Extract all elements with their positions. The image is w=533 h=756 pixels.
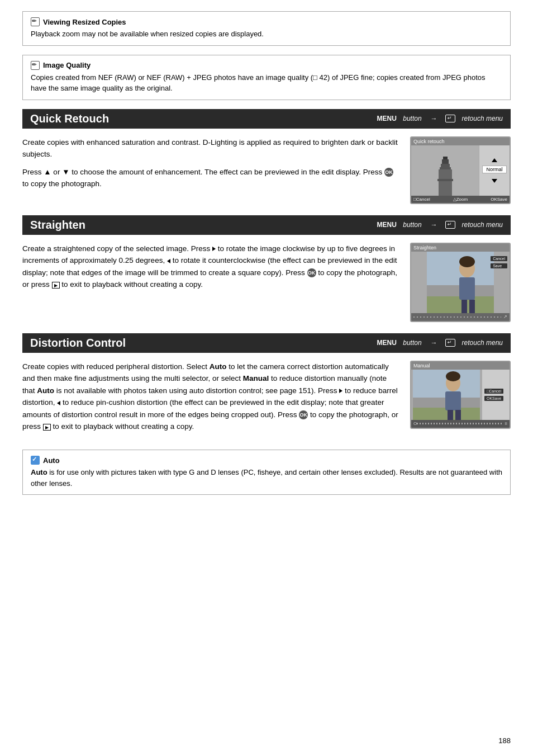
auto-note-body: Auto is for use only with pictures taken… <box>31 467 502 489</box>
straighten-ruler: ↗ <box>411 313 510 321</box>
svg-rect-21 <box>455 410 461 420</box>
distortion-side-controls: □Cancel OKSave <box>482 370 510 420</box>
distortion-menu-info: MENU button → retouch menu <box>377 339 503 347</box>
pencil-icon-2 <box>31 61 40 70</box>
svg-rect-10 <box>459 277 475 300</box>
dist-ruler <box>417 423 502 424</box>
right-arrow-icon <box>212 247 216 251</box>
svg-rect-13 <box>469 300 475 313</box>
page-number: 188 <box>498 736 511 745</box>
viewing-resized-title: Viewing Resized Copies <box>31 17 502 26</box>
straighten-screen-title: Straighten <box>411 244 510 252</box>
triangle-up-icon <box>492 158 497 162</box>
straighten-header: Straighten MENU button → retouch menu <box>22 215 511 235</box>
straighten-image: Straighten <box>410 243 511 322</box>
screen-image-area <box>411 145 479 196</box>
straighten-menu-info: MENU button → retouch menu <box>377 221 503 229</box>
playback-btn-icon-2: ▶ <box>43 424 51 431</box>
quick-retouch-screen: Quick retouch <box>410 136 511 204</box>
quick-retouch-section: Quick Retouch MENU button → retouch menu… <box>22 109 511 204</box>
straighten-menu-icon <box>445 221 455 229</box>
auto-label: Auto <box>210 362 227 371</box>
ruler-line <box>413 316 501 318</box>
auto-bold: Auto <box>31 468 47 476</box>
screen-bottom-controls: □Cancel △Zoom OKSave <box>411 196 510 203</box>
svg-point-11 <box>459 256 475 267</box>
svg-rect-12 <box>461 300 467 313</box>
svg-rect-5 <box>437 179 453 181</box>
distortion-screen-title: Manual <box>411 362 510 370</box>
triangle-down-icon <box>492 179 497 183</box>
svg-point-19 <box>446 371 460 381</box>
left-arrow-icon <box>167 259 170 263</box>
distortion-person-silhouette <box>411 370 482 420</box>
straighten-content: Create a straightened copy of the select… <box>22 243 511 322</box>
straighten-overlay-controls: Cancel Save <box>491 256 507 268</box>
cancel-ctrl-btn: Cancel <box>491 256 507 261</box>
image-quality-body: Copies created from NEF (RAW) or NEF (RA… <box>31 72 502 94</box>
check-icon <box>31 456 40 465</box>
distortion-content: Create copies with reduced peripheral di… <box>22 361 511 439</box>
playback-btn-icon: ▶ <box>52 282 60 289</box>
image-quality-title: Image Quality <box>31 61 502 70</box>
svg-rect-2 <box>441 164 450 167</box>
distortion-menu-icon <box>445 339 455 347</box>
distortion-img-area <box>411 370 482 420</box>
svg-rect-18 <box>445 391 461 410</box>
straighten-img-area: Cancel Save <box>411 252 510 313</box>
ruler-end: ↗ <box>503 314 507 319</box>
quick-retouch-header: Quick Retouch MENU button → retouch menu <box>22 109 511 129</box>
svg-rect-1 <box>442 159 449 164</box>
distortion-section: Distortion Control MENU button → retouch… <box>22 333 511 439</box>
distortion-bottom-controls: O II <box>411 420 510 428</box>
ok-button-icon-3: OK <box>299 410 308 419</box>
quick-retouch-text: Create copies with enhanced saturation a… <box>22 136 401 204</box>
pencil-icon <box>31 17 40 26</box>
straighten-body: Cancel Save <box>411 252 510 313</box>
distortion-body: □Cancel OKSave <box>411 370 510 420</box>
manual-label: Manual <box>243 374 269 382</box>
ok-button-icon: OK <box>384 168 393 177</box>
quick-retouch-image: Quick retouch <box>410 136 511 204</box>
svg-rect-20 <box>448 410 453 420</box>
ok-button-icon-2: OK <box>307 268 316 277</box>
distortion-header: Distortion Control MENU button → retouch… <box>22 333 511 353</box>
auto-label-2: Auto <box>37 386 54 395</box>
screen-body-quick: Normal <box>411 145 510 196</box>
left-arrow-icon-2 <box>57 401 60 405</box>
right-arrow-icon-2 <box>339 389 342 393</box>
quick-retouch-content: Create copies with enhanced saturation a… <box>22 136 511 204</box>
svg-rect-3 <box>440 167 451 169</box>
auto-note: Auto Auto is for use only with pictures … <box>22 450 511 495</box>
straighten-section: Straighten MENU button → retouch menu Cr… <box>22 215 511 322</box>
image-quality-note: Image Quality Copies created from NEF (R… <box>22 55 511 100</box>
distortion-text: Create copies with reduced peripheral di… <box>22 361 401 439</box>
quick-retouch-menu-info: MENU button → retouch menu <box>377 115 503 122</box>
auto-note-title: Auto <box>31 456 502 465</box>
svg-rect-0 <box>443 157 448 159</box>
normal-label: Normal <box>482 166 506 173</box>
quick-retouch-para2: Press ▲ or ▼ to choose the amount of enh… <box>22 166 401 190</box>
save-ctrl-btn: Save <box>491 263 507 268</box>
straighten-para: Create a straightened copy of the select… <box>22 243 401 291</box>
retouch-menu-icon <box>445 115 455 122</box>
distortion-screen: Manual <box>410 361 511 429</box>
distortion-save-btn: OKSave <box>484 396 503 401</box>
screen-title-quick: Quick retouch <box>411 138 510 145</box>
viewing-resized-note: Viewing Resized Copies Playback zoom may… <box>22 11 511 46</box>
screen-controls-right: Normal <box>479 145 510 196</box>
distortion-image: Manual <box>410 361 511 439</box>
straighten-screen: Straighten <box>410 243 511 322</box>
distortion-cancel-btn: □Cancel <box>484 389 503 394</box>
distortion-para: Create copies with reduced peripheral di… <box>22 361 401 433</box>
tower-silhouette <box>434 157 456 196</box>
straighten-text: Create a straightened copy of the select… <box>22 243 401 322</box>
dist-right-label: II <box>505 421 507 426</box>
svg-rect-4 <box>439 169 452 196</box>
